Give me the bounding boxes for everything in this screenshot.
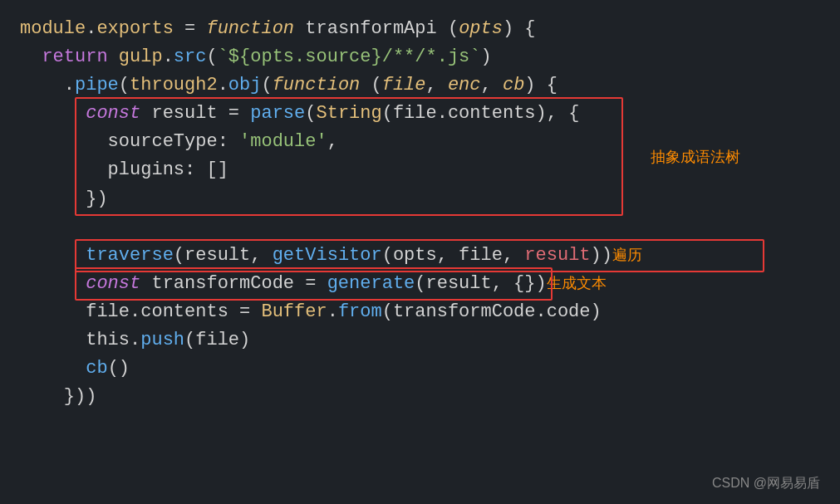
code-line-10: const transformCode = generate(result, {… xyxy=(20,270,820,298)
code-line-1: module.exports = function trasnformApi (… xyxy=(20,15,820,43)
ast-label: 抽象成语法树 xyxy=(651,146,740,169)
code-line-11: file.contents = Buffer.from(transformCod… xyxy=(20,298,820,326)
label-generate: 生成文本 xyxy=(547,272,607,296)
code-line-7: }) xyxy=(20,185,820,213)
code-line-14: })) xyxy=(20,383,820,411)
code-line-8 xyxy=(20,213,820,242)
code-token: module xyxy=(20,15,86,43)
code-line-3: .pipe(through2.obj(function (file, enc, … xyxy=(20,71,820,100)
label-traverse: 遍历 xyxy=(612,244,642,267)
code-line-12: this.push(file) xyxy=(20,326,820,355)
code-line-2: return gulp.src(`${opts.source}/**/*.js`… xyxy=(20,43,820,71)
code-line-13: cb() xyxy=(20,355,820,383)
code-line-9: traverse(result, getVisitor(opts, file, … xyxy=(20,242,820,270)
code-line-4: const result = parse(String(file.content… xyxy=(20,100,820,128)
watermark: CSDN @网易易盾 xyxy=(712,473,820,494)
code-editor: module.exports = function trasnformApi (… xyxy=(0,0,840,504)
